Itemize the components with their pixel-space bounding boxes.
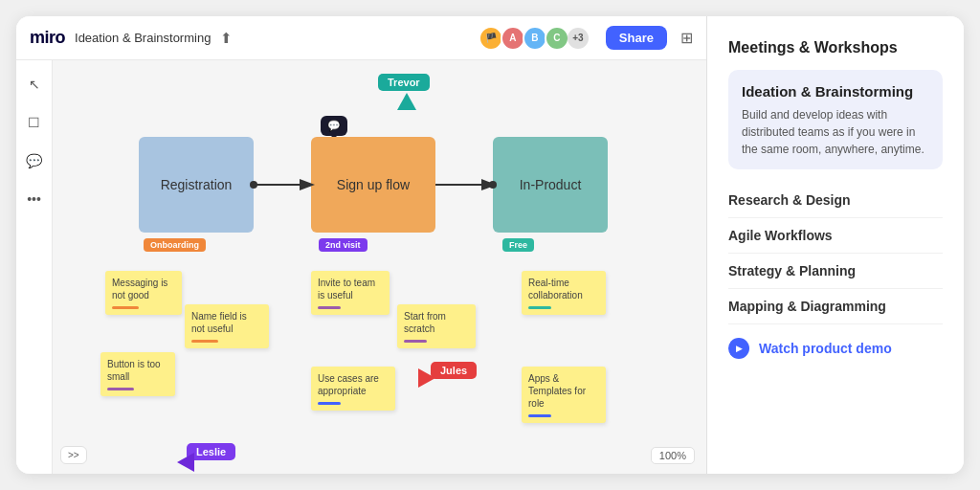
chat-bubble: 💬 xyxy=(321,116,347,136)
canvas-toolbar: miro Ideation & Brainstorming ⬆ 🏴 A B C … xyxy=(16,16,706,60)
leslie-cursor xyxy=(177,453,194,472)
canvas-content: Trevor 💬 Registration Onboarding Sign up… xyxy=(53,60,706,474)
trevor-label: Trevor xyxy=(378,74,430,91)
sticky-namefield: Name field is not useful xyxy=(185,304,269,348)
nav-item-strategy[interactable]: Strategy & Planning xyxy=(728,254,943,289)
nav-item-mapping[interactable]: Mapping & Diagramming xyxy=(728,289,943,324)
sticky-invite: Invite to team is useful xyxy=(311,271,390,315)
nav-arrows-button[interactable]: >> xyxy=(60,446,87,464)
demo-label: Watch product demo xyxy=(759,341,892,356)
registration-card: Registration xyxy=(139,137,254,233)
sticky-scratch: Start from scratch xyxy=(397,304,476,348)
cursor-tool[interactable]: ↖ xyxy=(22,72,47,97)
sticky-messaging: Messaging is not good xyxy=(105,271,182,315)
sticky-button: Button is too small xyxy=(100,352,175,396)
avatar-group: 🏴 A B C +3 xyxy=(479,26,589,51)
arrows-svg xyxy=(53,60,706,474)
canvas-area: miro Ideation & Brainstorming ⬆ 🏴 A B C … xyxy=(16,16,707,474)
avatar-1: 🏴 xyxy=(479,26,503,51)
zoom-badge: 100% xyxy=(651,447,695,464)
sticky-tool[interactable]: ☐ xyxy=(22,110,47,135)
watch-demo-link[interactable]: ▶ Watch product demo xyxy=(728,338,943,359)
share-button[interactable]: Share xyxy=(606,26,667,50)
active-item-title: Ideation & Brainstorming xyxy=(742,83,929,100)
avatar-3: B xyxy=(523,26,547,51)
upload-icon[interactable]: ⬆ xyxy=(220,30,233,47)
signup-card: Sign up flow xyxy=(311,137,435,233)
nav-item-agile[interactable]: Agile Workflows xyxy=(728,218,943,254)
more-tool[interactable]: ••• xyxy=(22,187,47,212)
sticky-realtime: Real-time collaboration xyxy=(522,271,606,315)
sticky-apps: Apps & Templates for role xyxy=(522,367,606,423)
miro-logo: miro xyxy=(30,28,65,48)
board-title: Ideation & Brainstorming xyxy=(75,31,211,45)
left-tools: ↖ ☐ 💬 ••• xyxy=(16,60,53,474)
main-card: miro Ideation & Brainstorming ⬆ 🏴 A B C … xyxy=(16,16,964,474)
trevor-cursor xyxy=(397,93,416,110)
onboarding-badge: Onboarding xyxy=(144,238,206,252)
sticky-usecases: Use cases are appropriate xyxy=(311,367,395,411)
comment-tool[interactable]: 💬 xyxy=(22,148,47,173)
2ndvisit-badge: 2nd visit xyxy=(319,238,368,252)
jules-label: Jules xyxy=(431,362,477,379)
right-panel: Meetings & Workshops Ideation & Brainsto… xyxy=(707,16,964,474)
active-item-desc: Build and develop ideas with distributed… xyxy=(742,106,929,158)
avatar-overflow: +3 xyxy=(568,28,589,49)
free-badge: Free xyxy=(502,238,534,252)
demo-dot-icon: ▶ xyxy=(728,338,749,359)
active-nav-item[interactable]: Ideation & Brainstorming Build and devel… xyxy=(728,70,943,169)
nav-item-research[interactable]: Research & Design xyxy=(728,183,943,218)
jules-cursor xyxy=(418,368,435,388)
panel-section-title: Meetings & Workshops xyxy=(728,39,943,56)
avatar-4: C xyxy=(545,26,569,51)
inproduct-card: In-Product xyxy=(493,137,608,233)
avatar-2: A xyxy=(501,26,525,51)
grid-icon[interactable]: ⊞ xyxy=(680,29,693,47)
